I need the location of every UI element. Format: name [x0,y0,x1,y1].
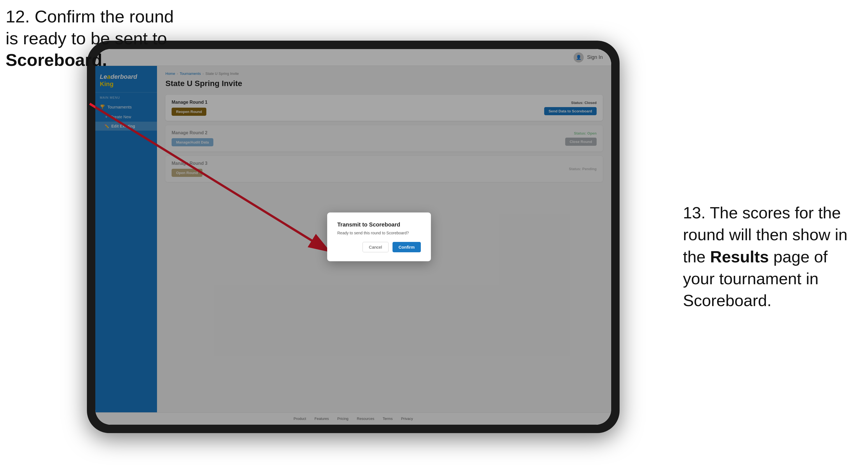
app-wrapper: 👤 Sign In Leaderboard King MAIN MENU 🏆 [95,49,611,425]
transmit-modal: Transmit to Scoreboard Ready to send thi… [327,213,431,261]
cancel-button[interactable]: Cancel [363,242,389,252]
tablet-screen: 👤 Sign In Leaderboard King MAIN MENU 🏆 [95,49,611,425]
modal-subtitle: Ready to send this round to Scoreboard? [337,231,421,235]
confirm-button[interactable]: Confirm [393,242,421,252]
modal-title: Transmit to Scoreboard [337,221,421,228]
tablet-device: 👤 Sign In Leaderboard King MAIN MENU 🏆 [87,41,620,433]
annotation-right: 13. The scores for the round will then s… [683,202,862,311]
modal-buttons: Cancel Confirm [337,242,421,252]
